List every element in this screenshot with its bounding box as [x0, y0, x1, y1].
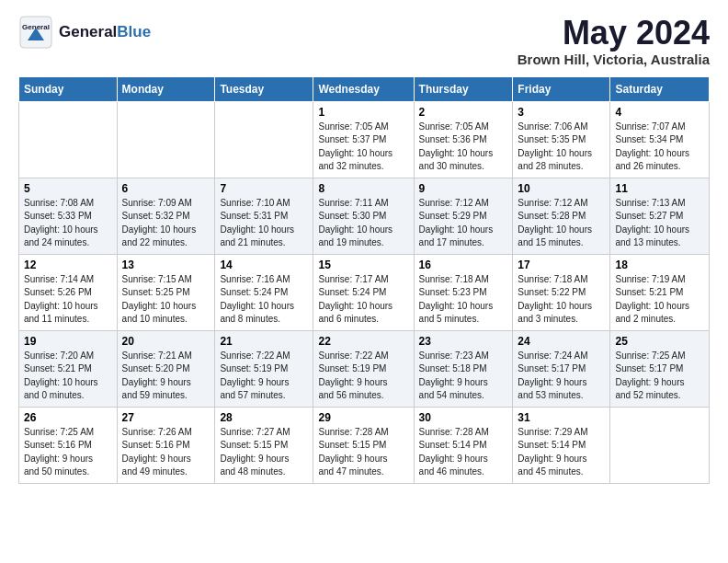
logo-icon: General [18, 15, 53, 50]
day-info: Sunrise: 7:25 AMSunset: 5:17 PMDaylight:… [615, 350, 704, 403]
cell-w2-d4: 9Sunrise: 7:12 AMSunset: 5:29 PMDaylight… [414, 178, 513, 254]
cell-w4-d3: 22Sunrise: 7:22 AMSunset: 5:19 PMDayligh… [313, 330, 414, 407]
cell-w4-d5: 24Sunrise: 7:24 AMSunset: 5:17 PMDayligh… [513, 330, 610, 407]
day-number: 11 [615, 182, 704, 195]
logo: General GeneralBlue [18, 15, 151, 50]
day-info: Sunrise: 7:07 AMSunset: 5:34 PMDaylight:… [615, 121, 704, 174]
day-info: Sunrise: 7:29 AMSunset: 5:14 PMDaylight:… [518, 426, 605, 479]
day-info: Sunrise: 7:11 AMSunset: 5:30 PMDaylight:… [318, 197, 408, 250]
month-title: May 2024 [518, 15, 710, 52]
day-number: 30 [419, 411, 508, 424]
day-number: 12 [24, 259, 112, 271]
day-info: Sunrise: 7:28 AMSunset: 5:14 PMDaylight:… [419, 426, 508, 479]
day-number: 4 [615, 106, 704, 119]
day-info: Sunrise: 7:18 AMSunset: 5:22 PMDaylight:… [518, 273, 605, 327]
day-info: Sunrise: 7:22 AMSunset: 5:19 PMDaylight:… [318, 350, 408, 403]
cell-w2-d2: 7Sunrise: 7:10 AMSunset: 5:31 PMDaylight… [215, 178, 313, 254]
cell-w5-d1: 27Sunrise: 7:26 AMSunset: 5:16 PMDayligh… [117, 407, 215, 483]
day-number: 3 [518, 106, 605, 119]
day-number: 7 [220, 182, 308, 195]
cell-w1-d1 [117, 101, 215, 178]
day-info: Sunrise: 7:06 AMSunset: 5:35 PMDaylight:… [518, 121, 605, 174]
day-info: Sunrise: 7:08 AMSunset: 5:33 PMDaylight:… [24, 197, 112, 250]
calendar-table: Sunday Monday Tuesday Wednesday Thursday… [18, 76, 710, 484]
cell-w1-d0 [19, 101, 118, 178]
day-number: 9 [419, 182, 508, 195]
day-number: 29 [318, 411, 408, 424]
day-number: 19 [24, 335, 112, 348]
week-row-4: 19Sunrise: 7:20 AMSunset: 5:21 PMDayligh… [19, 330, 710, 407]
day-info: Sunrise: 7:13 AMSunset: 5:27 PMDaylight:… [615, 197, 704, 250]
cell-w3-d3: 15Sunrise: 7:17 AMSunset: 5:24 PMDayligh… [313, 254, 414, 330]
day-number: 24 [518, 335, 605, 348]
day-info: Sunrise: 7:20 AMSunset: 5:21 PMDaylight:… [24, 350, 112, 403]
day-number: 22 [318, 335, 408, 348]
header-monday: Monday [117, 76, 215, 101]
header-wednesday: Wednesday [313, 76, 414, 101]
day-info: Sunrise: 7:26 AMSunset: 5:16 PMDaylight:… [122, 426, 210, 479]
day-info: Sunrise: 7:24 AMSunset: 5:17 PMDaylight:… [518, 350, 605, 403]
day-number: 21 [220, 335, 308, 348]
day-number: 10 [518, 182, 605, 195]
day-info: Sunrise: 7:25 AMSunset: 5:16 PMDaylight:… [24, 426, 112, 479]
title-block: May 2024 Brown Hill, Victoria, Australia [518, 15, 710, 67]
page: { "header": { "logo_general": "General",… [0, 0, 728, 499]
cell-w4-d2: 21Sunrise: 7:22 AMSunset: 5:19 PMDayligh… [215, 330, 313, 407]
cell-w1-d4: 2Sunrise: 7:05 AMSunset: 5:36 PMDaylight… [414, 101, 513, 178]
cell-w3-d5: 17Sunrise: 7:18 AMSunset: 5:22 PMDayligh… [513, 254, 610, 330]
cell-w3-d0: 12Sunrise: 7:14 AMSunset: 5:26 PMDayligh… [19, 254, 118, 330]
cell-w5-d5: 31Sunrise: 7:29 AMSunset: 5:14 PMDayligh… [513, 407, 610, 483]
day-info: Sunrise: 7:27 AMSunset: 5:15 PMDaylight:… [220, 426, 308, 479]
header: General GeneralBlue May 2024 Brown Hill,… [18, 15, 710, 67]
logo-blue: Blue [117, 23, 151, 40]
cell-w1-d3: 1Sunrise: 7:05 AMSunset: 5:37 PMDaylight… [313, 101, 414, 178]
day-number: 26 [24, 411, 112, 424]
day-info: Sunrise: 7:12 AMSunset: 5:28 PMDaylight:… [518, 197, 605, 250]
day-number: 27 [122, 411, 210, 424]
day-info: Sunrise: 7:17 AMSunset: 5:24 PMDaylight:… [318, 273, 408, 327]
cell-w3-d2: 14Sunrise: 7:16 AMSunset: 5:24 PMDayligh… [215, 254, 313, 330]
day-info: Sunrise: 7:19 AMSunset: 5:21 PMDaylight:… [615, 273, 704, 327]
day-info: Sunrise: 7:28 AMSunset: 5:15 PMDaylight:… [318, 426, 408, 479]
week-row-3: 12Sunrise: 7:14 AMSunset: 5:26 PMDayligh… [19, 254, 710, 330]
day-number: 13 [122, 259, 210, 271]
day-number: 16 [419, 259, 508, 271]
day-info: Sunrise: 7:14 AMSunset: 5:26 PMDaylight:… [24, 273, 112, 327]
logo-text: GeneralBlue [59, 23, 151, 41]
cell-w4-d0: 19Sunrise: 7:20 AMSunset: 5:21 PMDayligh… [19, 330, 118, 407]
cell-w4-d6: 25Sunrise: 7:25 AMSunset: 5:17 PMDayligh… [610, 330, 710, 407]
day-number: 14 [220, 259, 308, 271]
day-number: 28 [220, 411, 308, 424]
cell-w3-d1: 13Sunrise: 7:15 AMSunset: 5:25 PMDayligh… [117, 254, 215, 330]
day-info: Sunrise: 7:23 AMSunset: 5:18 PMDaylight:… [419, 350, 508, 403]
week-row-5: 26Sunrise: 7:25 AMSunset: 5:16 PMDayligh… [19, 407, 710, 483]
header-saturday: Saturday [610, 76, 710, 101]
day-number: 5 [24, 182, 112, 195]
day-info: Sunrise: 7:21 AMSunset: 5:20 PMDaylight:… [122, 350, 210, 403]
cell-w2-d5: 10Sunrise: 7:12 AMSunset: 5:28 PMDayligh… [513, 178, 610, 254]
header-sunday: Sunday [19, 76, 118, 101]
cell-w1-d5: 3Sunrise: 7:06 AMSunset: 5:35 PMDaylight… [513, 101, 610, 178]
week-row-2: 5Sunrise: 7:08 AMSunset: 5:33 PMDaylight… [19, 178, 710, 254]
day-info: Sunrise: 7:05 AMSunset: 5:36 PMDaylight:… [419, 121, 508, 174]
day-info: Sunrise: 7:15 AMSunset: 5:25 PMDaylight:… [122, 273, 210, 327]
cell-w4-d1: 20Sunrise: 7:21 AMSunset: 5:20 PMDayligh… [117, 330, 215, 407]
day-number: 15 [318, 259, 408, 271]
day-info: Sunrise: 7:09 AMSunset: 5:32 PMDaylight:… [122, 197, 210, 250]
day-info: Sunrise: 7:10 AMSunset: 5:31 PMDaylight:… [220, 197, 308, 250]
weekday-header-row: Sunday Monday Tuesday Wednesday Thursday… [19, 76, 710, 101]
day-number: 1 [318, 106, 408, 119]
day-info: Sunrise: 7:12 AMSunset: 5:29 PMDaylight:… [419, 197, 508, 250]
cell-w5-d0: 26Sunrise: 7:25 AMSunset: 5:16 PMDayligh… [19, 407, 118, 483]
cell-w2-d3: 8Sunrise: 7:11 AMSunset: 5:30 PMDaylight… [313, 178, 414, 254]
cell-w4-d4: 23Sunrise: 7:23 AMSunset: 5:18 PMDayligh… [414, 330, 513, 407]
week-row-1: 1Sunrise: 7:05 AMSunset: 5:37 PMDaylight… [19, 101, 710, 178]
day-number: 31 [518, 411, 605, 424]
day-number: 8 [318, 182, 408, 195]
cell-w5-d2: 28Sunrise: 7:27 AMSunset: 5:15 PMDayligh… [215, 407, 313, 483]
header-friday: Friday [513, 76, 610, 101]
day-number: 23 [419, 335, 508, 348]
cell-w5-d4: 30Sunrise: 7:28 AMSunset: 5:14 PMDayligh… [414, 407, 513, 483]
location-title: Brown Hill, Victoria, Australia [518, 52, 710, 67]
cell-w1-d2 [215, 101, 313, 178]
